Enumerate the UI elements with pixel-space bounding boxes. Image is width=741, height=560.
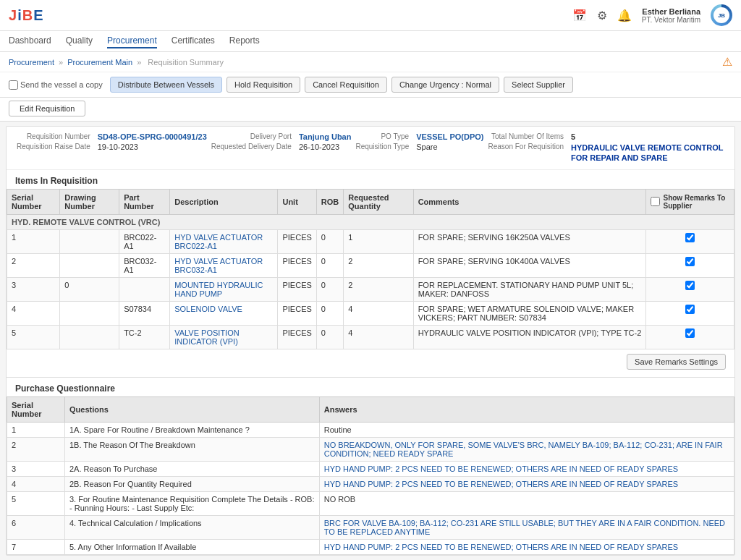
breadcrumb-procurement[interactable]: Procurement bbox=[9, 58, 54, 67]
cell-qty-1: 1 bbox=[344, 229, 413, 253]
show-remarks-checkbox[interactable] bbox=[651, 197, 660, 206]
pq-row: 2 1B. The Reason Of The Breakdown NO BRE… bbox=[7, 437, 734, 461]
pq-question-7: 5. Any Other Information If Available bbox=[65, 539, 320, 554]
cancel-btn[interactable]: Cancel Requisition bbox=[305, 77, 387, 93]
breadcrumb-current: Requisition Summary bbox=[148, 58, 224, 67]
calendar-icon[interactable]: 📅 bbox=[572, 9, 587, 22]
po-type-label: PO Type bbox=[355, 132, 412, 140]
edit-bar: Edit Requisition bbox=[0, 98, 741, 122]
nav-certificates[interactable]: Certificates bbox=[172, 34, 215, 48]
pq-question-4: 2B. Reason For Quantity Required bbox=[65, 476, 320, 491]
nav-reports[interactable]: Reports bbox=[229, 34, 260, 48]
nav-quality[interactable]: Quality bbox=[66, 34, 93, 48]
po-type-value: VESSEL PO(DPO) bbox=[416, 132, 483, 141]
logo: JiBE bbox=[9, 7, 43, 24]
cell-check-2 bbox=[646, 253, 734, 277]
cell-unit-4: PIECES bbox=[278, 301, 316, 325]
col-qty: Requested Quantity bbox=[344, 189, 413, 214]
nav-bar: Dashboard Quality Procurement Certificat… bbox=[0, 31, 741, 52]
remarks-check-2[interactable] bbox=[685, 257, 695, 266]
remarks-check-4[interactable] bbox=[685, 305, 695, 314]
cell-serial-4: 4 bbox=[7, 301, 60, 325]
nav-procurement[interactable]: Procurement bbox=[107, 34, 157, 48]
raise-date-value: 19-10-2023 bbox=[98, 143, 207, 151]
purchase-questionnaire-section: Purchase Questionnaire Serial Number Que… bbox=[7, 377, 734, 555]
pq-answer-4: HYD HAND PUMP: 2 PCS NEED TO BE RENEWED;… bbox=[319, 476, 734, 491]
pq-serial-6: 6 bbox=[7, 515, 65, 539]
cell-desc-3: MOUNTED HYDRAULIC HAND PUMP bbox=[170, 277, 278, 301]
top-header: JiBE 📅 ⚙ 🔔 Esther Berliana PT. Vektor Ma… bbox=[0, 0, 741, 31]
pq-answer-2: NO BREAKDOWN, ONLY FOR SPARE, SOME VALVE… bbox=[319, 437, 734, 461]
table-row: 3 0 MOUNTED HYDRAULIC HAND PUMP PIECES 0… bbox=[7, 277, 734, 301]
cell-check-1 bbox=[646, 229, 734, 253]
pq-answer-7: HYD HAND PUMP: 2 PCS NEED TO BE RENEWED;… bbox=[319, 539, 734, 554]
cell-part-4: S07834 bbox=[119, 301, 170, 325]
remarks-check-5[interactable] bbox=[685, 328, 695, 338]
pq-row: 6 4. Technical Calculation / Implication… bbox=[7, 515, 734, 539]
cell-serial-3: 3 bbox=[7, 277, 60, 301]
items-table: Serial Number Drawing Number Part Number… bbox=[7, 189, 734, 349]
pq-answer-6: BRC FOR VALVE BA-109; BA-112; CO-231 ARE… bbox=[319, 515, 734, 539]
settings-icon[interactable]: ⚙ bbox=[597, 9, 607, 22]
change-urgency-btn[interactable]: Change Urgency : Normal bbox=[391, 77, 499, 93]
nav-dashboard[interactable]: Dashboard bbox=[9, 34, 51, 48]
req-delivery-value: 26-10-2023 bbox=[299, 143, 352, 151]
col-comments: Comments bbox=[413, 189, 646, 214]
cell-rob-2: 0 bbox=[316, 253, 343, 277]
col-drawing: Drawing Number bbox=[60, 189, 119, 214]
table-row: 1 BRC022-A1 HYD VALVE ACTUATOR BRC022-A1… bbox=[7, 229, 734, 253]
raise-date-label: Requisition Raise Date bbox=[17, 143, 93, 150]
user-company: PT. Vektor Maritim bbox=[642, 16, 700, 24]
pq-answer-3: HYD HAND PUMP: 2 PCS NEED TO BE RENEWED;… bbox=[319, 461, 734, 476]
remarks-check-3[interactable] bbox=[685, 281, 695, 290]
distribute-btn[interactable]: Distribute Between Vessels bbox=[110, 77, 222, 93]
cell-unit-2: PIECES bbox=[278, 253, 316, 277]
cell-qty-5: 4 bbox=[344, 325, 413, 349]
pq-title: Purchase Questionnaire bbox=[7, 378, 734, 396]
cell-comments-3: FOR REPLACEMENT. STATIONARY HAND PUMP UN… bbox=[413, 277, 646, 301]
pq-question-2: 1B. The Reason Of The Breakdown bbox=[65, 437, 320, 461]
cell-part-1: BRC022-A1 bbox=[119, 229, 170, 253]
send-vessel-copy-checkbox[interactable] bbox=[9, 80, 18, 90]
delivery-port-value: Tanjung Uban bbox=[299, 132, 352, 141]
pq-row: 3 2A. Reason To Purchase HYD HAND PUMP: … bbox=[7, 461, 734, 476]
pq-table: Serial Number Questions Answers 1 1A. Sp… bbox=[7, 396, 734, 555]
pq-col-serial: Serial Number bbox=[7, 396, 65, 422]
edit-requisition-btn[interactable]: Edit Requisition bbox=[9, 101, 85, 116]
col-unit: Unit bbox=[278, 189, 316, 214]
req-number-label: Requisition Number bbox=[17, 132, 93, 140]
save-remarks-btn[interactable]: Save Remarks Settings bbox=[627, 354, 726, 370]
pq-answer-5: NO ROB bbox=[319, 491, 734, 515]
pq-col-answers: Answers bbox=[319, 396, 734, 422]
cell-serial-1: 1 bbox=[7, 229, 60, 253]
total-items-label: Total Number Of Items bbox=[488, 132, 567, 140]
cell-comments-1: FOR SPARE; SERVING 16K250A VALVES bbox=[413, 229, 646, 253]
breadcrumb-main[interactable]: Procurement Main bbox=[67, 58, 132, 67]
cell-rob-1: 0 bbox=[316, 229, 343, 253]
cell-desc-5: VALVE POSITION INDICATOR (VPI) bbox=[170, 325, 278, 349]
remarks-check-1[interactable] bbox=[685, 233, 695, 242]
main-content: Requisition Number SD48-OPE-SPRG-0000491… bbox=[6, 126, 735, 556]
table-row: 2 BRC032-A1 HYD VALVE ACTUATOR BRC032-A1… bbox=[7, 253, 734, 277]
pq-serial-3: 3 bbox=[7, 461, 65, 476]
hold-btn[interactable]: Hold Requisition bbox=[226, 77, 300, 93]
cell-rob-5: 0 bbox=[316, 325, 343, 349]
bell-icon[interactable]: 🔔 bbox=[617, 9, 632, 22]
pq-question-3: 2A. Reason To Purchase bbox=[65, 461, 320, 476]
cell-comments-4: FOR SPARE; WET ARMATURE SOLENOID VALVE; … bbox=[413, 301, 646, 325]
cell-rob-3: 0 bbox=[316, 277, 343, 301]
total-items-value: 5 bbox=[571, 132, 724, 141]
send-vessel-copy-container: Send the vessel a copy bbox=[9, 80, 103, 90]
action-bar: Send the vessel a copy Distribute Betwee… bbox=[0, 72, 741, 98]
cell-drawing-5 bbox=[60, 325, 119, 349]
cell-desc-1: HYD VALVE ACTUATOR BRC022-A1 bbox=[170, 229, 278, 253]
pq-question-1: 1A. Spare For Routine / Breakdown Mainte… bbox=[65, 422, 320, 437]
send-vessel-copy-label: Send the vessel a copy bbox=[20, 80, 103, 89]
reason-value: HYDRAULIC VALVE REMOTE CONTROL FOR REPAI… bbox=[571, 143, 724, 164]
col-part: Part Number bbox=[119, 189, 170, 214]
table-row: 4 S07834 SOLENOID VALVE PIECES 0 4 FOR S… bbox=[7, 301, 734, 325]
pq-row: 5 3. For Routine Maintenance Requisition… bbox=[7, 491, 734, 515]
cell-drawing-2 bbox=[60, 253, 119, 277]
select-supplier-btn[interactable]: Select Supplier bbox=[504, 77, 573, 93]
cell-desc-4: SOLENOID VALVE bbox=[170, 301, 278, 325]
